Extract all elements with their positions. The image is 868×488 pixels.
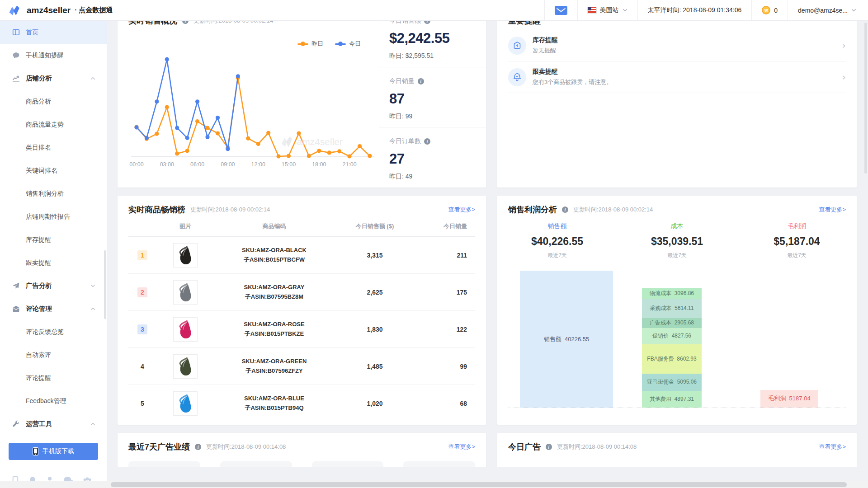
chevron-right-icon: ›: [842, 72, 846, 82]
ads7-stat-placeholders: [128, 461, 475, 467]
site-selector[interactable]: 美国站: [577, 0, 637, 20]
brand-logo-icon: [8, 5, 23, 16]
sidebar-item-9[interactable]: 店铺周期性报告: [0, 205, 107, 228]
alert-title: 库存提醒: [533, 36, 558, 44]
today-qty: 175: [415, 289, 475, 296]
bestsellers-more-link[interactable]: 查看更多>: [448, 206, 475, 214]
phone-notify-icon: [12, 52, 20, 59]
profit-more-link[interactable]: 查看更多>: [819, 206, 846, 214]
chevron-up-icon: [90, 422, 95, 426]
product-image: [173, 354, 198, 379]
chart-legend: 昨日 今日: [128, 40, 361, 48]
sidebar-item-2[interactable]: 手机通知提醒: [0, 44, 107, 67]
svg-text:21:00: 21:00: [342, 161, 356, 168]
home-icon: [12, 28, 20, 36]
info-icon[interactable]: i: [546, 444, 552, 450]
sidebar-item-5[interactable]: 商品流量走势: [0, 113, 107, 136]
bestseller-row-4[interactable]: 4 SKU:AMZ-ORA-GREEN子ASIN:B07596ZFZY 1,48…: [128, 348, 475, 385]
sidebar-scrollbar[interactable]: [104, 250, 106, 319]
rank-badge: 1: [137, 250, 147, 260]
bestseller-row-5[interactable]: 5 SKU:AMZ-ORA-BLUE子ASIN:B015PTB94Q 1,020…: [128, 385, 475, 422]
cost-segment: FBA服务费 8602.93: [642, 344, 702, 374]
stat-value: 27: [389, 151, 476, 167]
coin-count: 0: [774, 7, 778, 14]
sidebar-item-17[interactable]: Feedback管理: [0, 389, 107, 413]
legend-marker: [297, 43, 308, 45]
sidebar-item-3[interactable]: 店铺分析: [0, 67, 107, 90]
info-icon[interactable]: i: [424, 138, 430, 145]
ads7-more-link[interactable]: 查看更多>: [448, 443, 475, 451]
account-email: demo@amz4se...: [798, 7, 848, 14]
bestsellers-table-body: 1 SKU:AMZ-ORA-BLACK子ASIN:B015PTBCFW 3,31…: [118, 237, 486, 422]
product-image: [173, 317, 198, 342]
stat-placeholder: [312, 461, 384, 467]
sidebar-item-4[interactable]: 商品分析: [0, 90, 107, 113]
bestsellers-updated: 更新时间:2018-08-09 00:02:14: [190, 206, 270, 214]
legend-item-今日[interactable]: 今日: [335, 40, 361, 48]
stat-yesterday: 昨日: 49: [389, 173, 476, 181]
sales-bar: 销售额 40226.55: [520, 271, 613, 408]
stat-value: $40,226.55: [497, 235, 617, 248]
alert-item-1[interactable]: 库存提醒 暂无提醒 ›: [508, 30, 846, 61]
svg-text:18:00: 18:00: [312, 161, 326, 168]
info-icon[interactable]: i: [562, 206, 568, 213]
sidebar-item-15[interactable]: 自动索评: [0, 343, 107, 366]
page-vertical-scrollbar[interactable]: [864, 23, 867, 174]
bestseller-row-1[interactable]: 1 SKU:AMZ-ORA-BLACK子ASIN:B015PTBCFW 3,31…: [128, 237, 475, 274]
info-icon[interactable]: i: [418, 78, 424, 84]
stat-value: $2,242.55: [389, 30, 476, 47]
sidebar-item-1[interactable]: 首页: [0, 21, 107, 44]
sidebar-item-14[interactable]: 评论反馈总览: [0, 320, 107, 343]
profit-updated: 更新时间:2018-08-09 00:02:14: [573, 206, 653, 214]
timezone-clock: 太平洋时间: 2018-08-09 01:34:06: [637, 0, 752, 20]
sidebar-item-16[interactable]: 评论提醒: [0, 366, 107, 389]
product-code: SKU:AMZ-ORA-GRAY子ASIN:B07595BZ8M: [214, 283, 334, 302]
stat-placeholder: [220, 461, 292, 467]
svg-text:09:00: 09:00: [221, 161, 235, 168]
product-image: [173, 391, 198, 416]
inventory-alert-icon: [508, 37, 526, 55]
mail-button[interactable]: [544, 0, 577, 20]
rank-badge: 5: [137, 399, 147, 408]
bestseller-row-2[interactable]: 2 SKU:AMZ-ORA-GRAY子ASIN:B07595BZ8M 2,625…: [128, 274, 475, 311]
alert-list: 库存提醒 暂无提醒 › 跟卖提醒 您有3个商品被跟卖，请注意。 ›: [497, 30, 857, 93]
coin-balance[interactable]: w 0: [751, 0, 788, 20]
stat-value: 87: [389, 91, 476, 107]
cost-segment: 促销价 4827.56: [642, 328, 702, 344]
sidebar-item-8[interactable]: 销售利润分析: [0, 182, 107, 205]
alert-desc: 您有3个商品被跟卖，请注意。: [533, 78, 612, 86]
bestsellers-table-header: 图片商品编码今日销售额 ($)今日销量: [128, 222, 475, 237]
sidebar-item-18[interactable]: 运营工具: [0, 413, 107, 436]
cost-segment: 采购成本 5614.11: [642, 299, 702, 318]
cost-segment: 亚马逊佣金 5095.06: [642, 374, 702, 391]
sidebar-item-11[interactable]: 跟卖提醒: [0, 251, 107, 274]
ads-today-more-link[interactable]: 查看更多>: [819, 443, 846, 451]
column-header: 今日销量: [415, 222, 475, 230]
sidebar-item-7[interactable]: 关键词排名: [0, 159, 107, 182]
sidebar-item-12[interactable]: 广告分析: [0, 274, 107, 297]
today-qty: 122: [415, 326, 475, 333]
stat-placeholder: [128, 461, 200, 467]
column-header: 商品编码: [214, 222, 334, 230]
sidebar-item-10[interactable]: 库存提醒: [0, 228, 107, 251]
chevron-up-icon: [90, 307, 95, 310]
product-image: [173, 243, 198, 267]
alert-item-2[interactable]: 跟卖提醒 您有3个商品被跟卖，请注意。 ›: [508, 61, 846, 93]
us-flag-icon: [588, 7, 596, 13]
account-menu[interactable]: demo@amz4se...: [788, 0, 868, 20]
coin-icon: w: [762, 6, 770, 14]
page-horizontal-scrollbar[interactable]: [111, 482, 847, 487]
brand: amz4seller · 点金数据通: [0, 5, 113, 16]
bestsellers-card: 实时商品畅销榜 更新时间:2018-08-09 00:02:14 查看更多> 图…: [118, 196, 486, 425]
sidebar-item-13[interactable]: 评论管理: [0, 297, 107, 320]
today-sales: 1,485: [334, 363, 415, 370]
mobile-download-button[interactable]: 手机版下载: [9, 443, 98, 460]
bestseller-row-3[interactable]: 3 SKU:AMZ-ORA-ROSE子ASIN:B015PTBKZE 1,830…: [128, 311, 475, 348]
today-qty: 211: [415, 252, 475, 259]
tools-icon: [12, 420, 20, 428]
info-icon[interactable]: i: [195, 444, 201, 450]
product-code: SKU:AMZ-ORA-ROSE子ASIN:B015PTBKZE: [214, 320, 334, 339]
sidebar-item-6[interactable]: 类目排名: [0, 136, 107, 159]
cost-segment: 物流成本 3096.86: [642, 288, 702, 299]
legend-item-昨日[interactable]: 昨日: [297, 40, 323, 48]
